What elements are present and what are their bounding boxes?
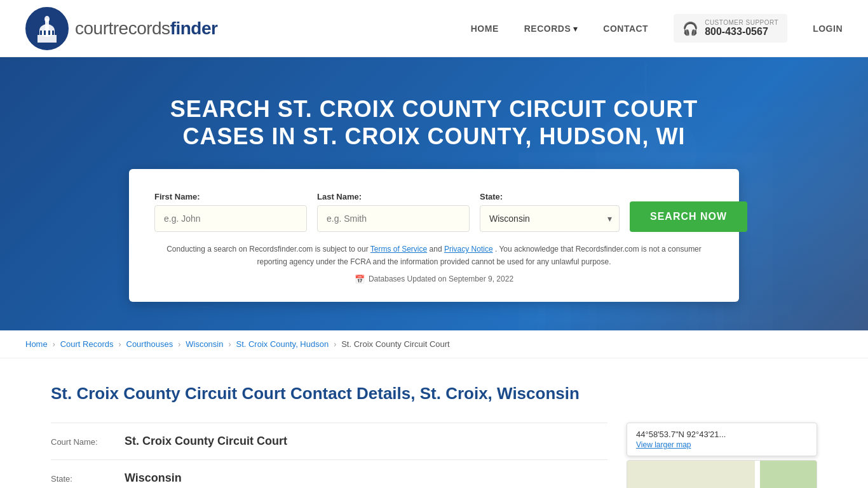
court-name-label: Court Name: (51, 437, 114, 447)
breadcrumb-courthouses[interactable]: Courthouses (126, 339, 173, 349)
map-coords: 44°58'53.7"N 92°43'21... (636, 430, 808, 439)
last-name-group: Last Name: (317, 192, 470, 232)
map-green-area (760, 461, 817, 488)
details-map-row: Court Name: St. Croix County Circuit Cou… (51, 423, 817, 488)
privacy-notice-link[interactable]: Privacy Notice (444, 245, 493, 254)
breadcrumb-court-records[interactable]: Court Records (60, 339, 114, 349)
hero-title: SEARCH ST. CROIX COUNTY CIRCUIT COURT CA… (148, 95, 720, 150)
terms-of-service-link[interactable]: Terms of Service (370, 245, 427, 254)
state-row: State: Wisconsin (51, 459, 607, 488)
svg-rect-8 (52, 30, 54, 35)
state-group: State: Wisconsin Alabama Alaska Arizona (480, 192, 620, 232)
nav-home[interactable]: HOME (471, 24, 499, 34)
first-name-group: First Name: (154, 192, 307, 232)
logo-icon (25, 7, 69, 50)
first-name-label: First Name: (154, 192, 307, 201)
breadcrumb-sep-4: › (228, 340, 231, 349)
main-nav: HOME RECORDS ▾ CONTACT 🎧 CUSTOMER SUPPOR… (471, 14, 843, 43)
map-preview[interactable]: 📍 (627, 460, 817, 488)
search-button[interactable]: SEARCH NOW (630, 201, 747, 232)
login-button[interactable]: LOGIN (813, 24, 843, 34)
court-name-row: Court Name: St. Croix County Circuit Cou… (51, 423, 607, 459)
breadcrumb-sep-2: › (119, 340, 121, 349)
last-name-input[interactable] (317, 205, 470, 232)
search-fields: First Name: Last Name: State: Wisconsin … (154, 192, 714, 232)
breadcrumb-sep-1: › (53, 340, 55, 349)
map-info-box: 44°58'53.7"N 92°43'21... View larger map (627, 423, 817, 456)
section-title: St. Croix County Circuit Court Contact D… (51, 384, 817, 403)
disclaimer-text: Conducting a search on Recordsfinder.com… (154, 243, 714, 268)
breadcrumb: Home › Court Records › Courthouses › Wis… (0, 330, 868, 358)
state-row-value: Wisconsin (125, 471, 182, 485)
breadcrumb-current: St. Croix County Circuit Court (341, 339, 450, 349)
main-content: St. Croix County Circuit Court Contact D… (0, 358, 868, 488)
map-larger-link[interactable]: View larger map (636, 440, 691, 449)
chevron-down-icon: ▾ (573, 24, 578, 34)
svg-rect-20 (487, 315, 804, 324)
state-select[interactable]: Wisconsin Alabama Alaska Arizona (480, 205, 620, 232)
map-canvas: 📍 (627, 461, 817, 488)
calendar-icon: 📅 (355, 274, 365, 284)
svg-rect-6 (44, 30, 46, 35)
search-card: First Name: Last Name: State: Wisconsin … (129, 169, 739, 301)
breadcrumb-st-croix-hudson[interactable]: St. Croix County, Hudson (236, 339, 329, 349)
state-row-label: State: (51, 474, 114, 484)
db-update: 📅 Databases Updated on September 9, 2022 (154, 274, 714, 284)
details-table: Court Name: St. Croix County Circuit Cou… (51, 423, 607, 488)
support-label: CUSTOMER SUPPORT (705, 19, 778, 26)
court-name-value: St. Croix County Circuit Court (125, 435, 287, 448)
svg-point-4 (44, 16, 50, 22)
breadcrumb-sep-5: › (334, 340, 336, 349)
support-block: 🎧 CUSTOMER SUPPORT 800-433-0567 (674, 14, 787, 43)
map-road-vertical (755, 461, 760, 488)
state-label: State: (480, 192, 620, 201)
site-header: courtrecordsfinder HOME RECORDS ▾ CONTAC… (0, 0, 868, 57)
nav-records-link[interactable]: RECORDS (524, 24, 571, 34)
breadcrumb-home[interactable]: Home (25, 339, 48, 349)
first-name-input[interactable] (154, 205, 307, 232)
svg-rect-7 (48, 30, 50, 35)
headphone-icon: 🎧 (682, 21, 698, 36)
nav-contact[interactable]: CONTACT (603, 24, 648, 34)
breadcrumb-sep-3: › (178, 340, 180, 349)
support-number[interactable]: 800-433-0567 (705, 26, 778, 37)
logo-area: courtrecordsfinder (25, 7, 471, 50)
state-select-wrapper: Wisconsin Alabama Alaska Arizona (480, 205, 620, 232)
svg-rect-5 (40, 30, 42, 35)
map-area: 44°58'53.7"N 92°43'21... View larger map… (627, 423, 817, 488)
breadcrumb-wisconsin[interactable]: Wisconsin (186, 339, 223, 349)
last-name-label: Last Name: (317, 192, 470, 201)
logo-text: courtrecordsfinder (75, 18, 217, 39)
support-info: CUSTOMER SUPPORT 800-433-0567 (705, 19, 778, 37)
hero-section: SEARCH ST. CROIX COUNTY CIRCUIT COURT CA… (0, 57, 868, 330)
nav-records-dropdown[interactable]: RECORDS ▾ (524, 24, 578, 34)
svg-rect-19 (499, 305, 792, 315)
